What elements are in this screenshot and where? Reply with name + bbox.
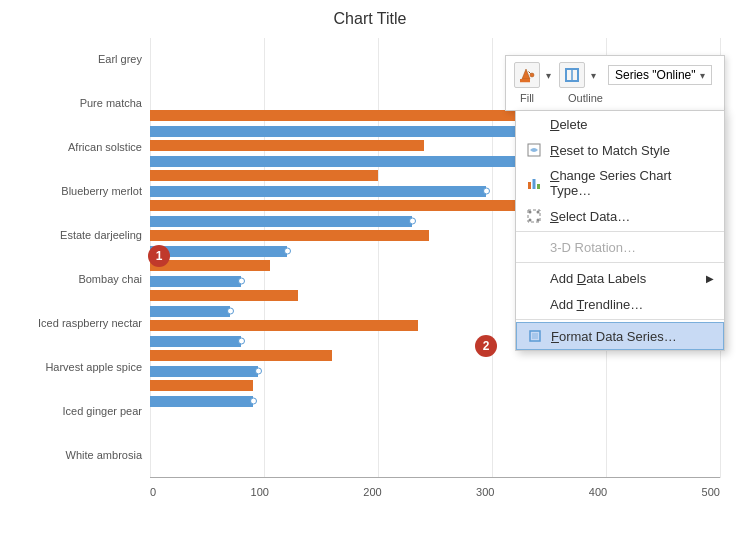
series-dropdown[interactable]: Series "Online" ▾ bbox=[608, 65, 712, 85]
bar-orange-6 bbox=[150, 290, 298, 301]
toolbar-row: ▾ ▾ Series "Online" ▾ bbox=[514, 62, 716, 88]
bar-dot-7 bbox=[238, 338, 245, 345]
bar-dot-4 bbox=[284, 248, 291, 255]
bar-dot-9 bbox=[250, 398, 257, 405]
menu-label-format-series: Format Data Series… bbox=[551, 329, 677, 344]
chart-container: Chart Title Earl greyPure matchaAfrican … bbox=[0, 0, 740, 539]
x-label-0: 0 bbox=[150, 486, 156, 498]
bar-blue-5 bbox=[150, 276, 241, 287]
bar-blue-4 bbox=[150, 246, 287, 257]
menu-icon-add-labels bbox=[526, 270, 542, 286]
menu-label-add-labels: Add Data Labels bbox=[550, 271, 646, 286]
bar-orange-8 bbox=[150, 350, 332, 361]
fill-dropdown-arrow[interactable]: ▾ bbox=[546, 70, 551, 81]
fill-button[interactable] bbox=[514, 62, 540, 88]
menu-item-format-series[interactable]: Format Data Series… bbox=[516, 322, 724, 350]
bar-row-orange-9 bbox=[150, 378, 720, 392]
bar-orange-7 bbox=[150, 320, 418, 331]
bar-blue-2 bbox=[150, 186, 486, 197]
menu-item-delete[interactable]: Delete bbox=[516, 111, 724, 137]
bar-blue-3 bbox=[150, 216, 412, 227]
bar-dot-2 bbox=[483, 188, 490, 195]
svg-rect-10 bbox=[537, 184, 540, 189]
outline-label: Outline bbox=[550, 92, 603, 104]
fill-label: Fill bbox=[516, 92, 534, 104]
y-label-8: Iced ginger pear bbox=[20, 405, 142, 418]
bar-dot-6 bbox=[227, 308, 234, 315]
menu-label-add-trendline: Add Trendline… bbox=[550, 297, 643, 312]
menu-item-change-series[interactable]: Change Series Chart Type… bbox=[516, 163, 724, 203]
svg-line-4 bbox=[529, 72, 531, 74]
svg-point-14 bbox=[529, 219, 532, 222]
bar-dot-8 bbox=[255, 368, 262, 375]
y-label-6: Iced raspberry nectar bbox=[20, 317, 142, 330]
bar-group-8 bbox=[150, 348, 720, 378]
bar-group-9 bbox=[150, 378, 720, 408]
badge-1: 1 bbox=[148, 245, 170, 267]
x-label-100: 100 bbox=[251, 486, 269, 498]
y-label-3: Blueberry merlot bbox=[20, 185, 142, 198]
menu-item-add-labels[interactable]: Add Data Labels▶ bbox=[516, 265, 724, 291]
menu-separator-3 bbox=[516, 319, 724, 320]
bar-blue-9 bbox=[150, 396, 253, 407]
submenu-arrow-add-labels: ▶ bbox=[706, 273, 714, 284]
svg-rect-8 bbox=[528, 182, 531, 189]
series-label: Series "Online" bbox=[615, 68, 696, 82]
y-label-1: Pure matcha bbox=[20, 97, 142, 110]
bar-orange-4 bbox=[150, 230, 429, 241]
menu-icon-reset bbox=[526, 142, 542, 158]
menu-separator-1 bbox=[516, 262, 724, 263]
y-label-4: Estate darjeeling bbox=[20, 229, 142, 242]
menu-item-3d-rotation: 3-D Rotation… bbox=[516, 234, 724, 260]
outline-dropdown-arrow[interactable]: ▾ bbox=[591, 70, 596, 81]
y-label-5: Bombay chai bbox=[20, 273, 142, 286]
menu-icon-delete bbox=[526, 116, 542, 132]
chart-title: Chart Title bbox=[20, 10, 720, 28]
bar-row-blue-8 bbox=[150, 364, 720, 378]
menu-label-select-data: Select Data… bbox=[550, 209, 630, 224]
svg-marker-0 bbox=[522, 69, 530, 79]
menu-icon-select-data bbox=[526, 208, 542, 224]
y-label-9: White ambrosia bbox=[20, 449, 142, 462]
bar-blue-6 bbox=[150, 306, 230, 317]
menu-item-select-data[interactable]: Select Data… bbox=[516, 203, 724, 229]
toolbar-labels: Fill Outline bbox=[514, 92, 716, 104]
y-axis-labels: Earl greyPure matchaAfrican solsticeBlue… bbox=[20, 38, 150, 498]
svg-point-15 bbox=[537, 219, 540, 222]
menu-item-reset[interactable]: Reset to Match Style bbox=[516, 137, 724, 163]
svg-rect-17 bbox=[532, 333, 538, 339]
menu-label-reset: Reset to Match Style bbox=[550, 143, 670, 158]
menu-icon-add-trendline bbox=[526, 296, 542, 312]
menu-label-3d-rotation: 3-D Rotation… bbox=[550, 240, 636, 255]
menu-label-delete: Delete bbox=[550, 117, 588, 132]
x-axis: 0 100 200 300 400 500 bbox=[150, 478, 720, 498]
svg-point-3 bbox=[530, 73, 534, 77]
menu-icon-change-series bbox=[526, 175, 542, 191]
y-label-7: Harvest apple spice bbox=[20, 361, 142, 374]
x-label-400: 400 bbox=[589, 486, 607, 498]
svg-point-13 bbox=[537, 211, 540, 214]
bar-orange-1 bbox=[150, 140, 424, 151]
menu-separator-2 bbox=[516, 231, 724, 232]
outline-button[interactable] bbox=[559, 62, 585, 88]
menu-icon-format-series bbox=[527, 328, 543, 344]
bar-dot-3 bbox=[409, 218, 416, 225]
x-label-200: 200 bbox=[363, 486, 381, 498]
bar-blue-7 bbox=[150, 336, 241, 347]
format-toolbar: ▾ ▾ Series "Online" ▾ Fill Outline bbox=[505, 55, 725, 111]
y-label-0: Earl grey bbox=[20, 53, 142, 66]
series-chevron: ▾ bbox=[700, 70, 705, 81]
badge-2: 2 bbox=[475, 335, 497, 357]
bar-orange-2 bbox=[150, 170, 378, 181]
bar-dot-5 bbox=[238, 278, 245, 285]
menu-label-change-series: Change Series Chart Type… bbox=[550, 168, 714, 198]
x-label-500: 500 bbox=[702, 486, 720, 498]
svg-point-12 bbox=[529, 211, 532, 214]
context-menu: DeleteReset to Match StyleChange Series … bbox=[515, 110, 725, 351]
menu-item-add-trendline[interactable]: Add Trendline… bbox=[516, 291, 724, 317]
y-label-2: African solstice bbox=[20, 141, 142, 154]
bar-blue-8 bbox=[150, 366, 258, 377]
x-label-300: 300 bbox=[476, 486, 494, 498]
bar-row-blue-9 bbox=[150, 394, 720, 408]
menu-icon-3d-rotation bbox=[526, 239, 542, 255]
